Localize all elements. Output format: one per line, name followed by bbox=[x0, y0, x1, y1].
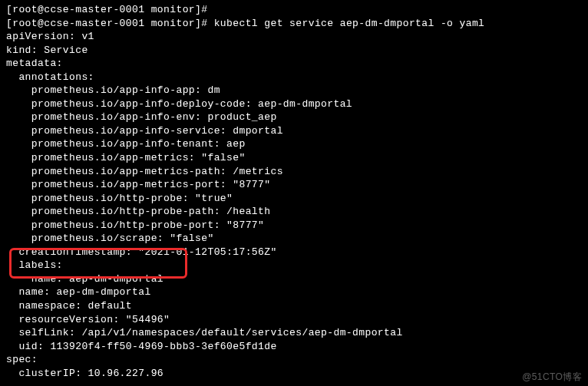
output-line: prometheus.io/scrape: "false" bbox=[6, 232, 582, 246]
output-line: apiVersion: v1 bbox=[6, 30, 582, 44]
output-line: prometheus.io/app-metrics: "false" bbox=[6, 151, 582, 165]
prompt-line-empty: [root@ccse-master-0001 monitor]# bbox=[6, 3, 582, 17]
output-line: prometheus.io/http-probe-port: "8777" bbox=[6, 219, 582, 233]
shell-prompt: [root@ccse-master-0001 monitor]# bbox=[6, 4, 214, 15]
shell-prompt: [root@ccse-master-0001 monitor]# bbox=[6, 18, 214, 29]
output-line-labels: labels: bbox=[6, 259, 582, 272]
output-line: spec: bbox=[6, 353, 582, 367]
output-line: prometheus.io/app-metrics-port: "8777" bbox=[6, 178, 582, 192]
output-line: prometheus.io/http-probe-path: /health bbox=[6, 205, 582, 219]
output-line: kind: Service bbox=[6, 44, 582, 58]
prompt-line-command[interactable]: [root@ccse-master-0001 monitor]# kubectl… bbox=[6, 17, 582, 31]
output-line: selfLink: /api/v1/namespaces/default/ser… bbox=[6, 326, 582, 340]
output-line: metadata: bbox=[6, 57, 582, 71]
watermark-text: @51CTO博客 bbox=[522, 371, 582, 383]
output-line: prometheus.io/app-info-service: dmportal bbox=[6, 124, 582, 138]
output-line: prometheus.io/app-info-env: product_aep bbox=[6, 111, 582, 124]
output-line: prometheus.io/http-probe: "true" bbox=[6, 192, 582, 206]
output-line: name: aep-dm-dmportal bbox=[6, 285, 582, 299]
output-line: uid: 113920f4-ff50-4969-bbb3-3ef60e5fd1d… bbox=[6, 340, 582, 354]
output-line: namespace: default bbox=[6, 299, 582, 313]
output-line: clusterIP: 10.96.227.96 bbox=[6, 367, 582, 381]
output-line: resourceVersion: "54496" bbox=[6, 313, 582, 327]
output-line: annotations: bbox=[6, 71, 582, 84]
output-line-label-name: name: aep-dm-dmportal bbox=[6, 272, 582, 286]
output-line: prometheus.io/app-info-tenant: aep bbox=[6, 137, 582, 151]
command-input[interactable]: kubectl get service aep-dm-dmportal -o y… bbox=[214, 18, 485, 29]
output-line: prometheus.io/app-info-app: dm bbox=[6, 84, 582, 97]
output-line: prometheus.io/app-info-deploy-code: aep-… bbox=[6, 97, 582, 111]
output-line: prometheus.io/app-metrics-path: /metrics bbox=[6, 165, 582, 179]
output-line: creationTimestamp: "2021-01-12T05:17:56Z… bbox=[6, 246, 582, 259]
